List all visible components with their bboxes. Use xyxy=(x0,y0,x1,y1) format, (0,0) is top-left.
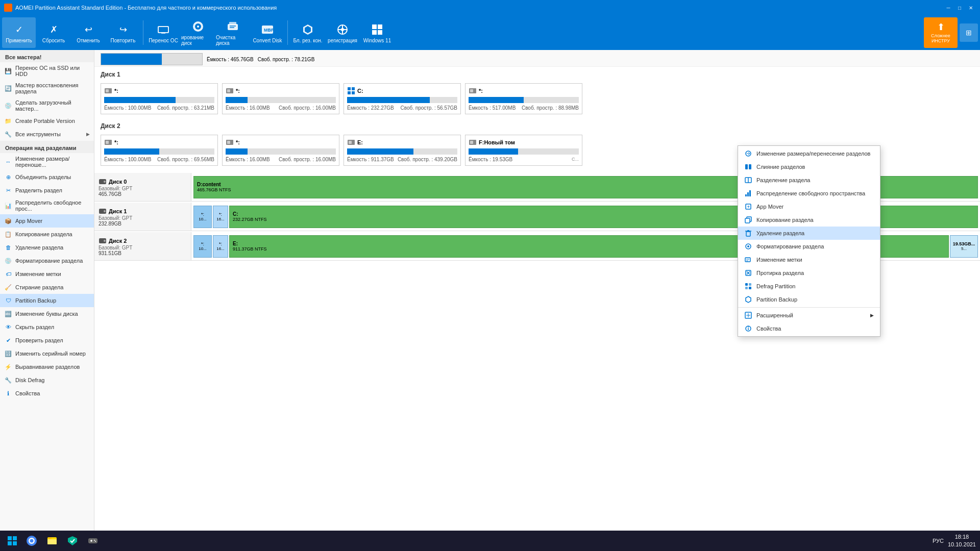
disk1-part4-bar-fill xyxy=(469,97,524,103)
disk2-part1-card[interactable]: *: Ёмкость : 100.00MB Своб. простр. : 69… xyxy=(101,135,218,166)
disk1-part3-free: Своб. простр. : 56.57GB xyxy=(400,105,457,111)
align-icon: ⚡ xyxy=(4,363,12,371)
disk1-part3-win-icon xyxy=(347,87,355,95)
grid-view-btn[interactable]: ⊞ xyxy=(960,23,978,42)
taskbar-app-game[interactable] xyxy=(84,532,102,550)
svg-rect-38 xyxy=(470,141,473,144)
distribute-icon: 📊 xyxy=(4,202,12,210)
disk1-part3-card[interactable]: C: Ёмкость : 232.27GB Своб. простр. : 56… xyxy=(344,83,461,114)
sidebar-item-delete-partition[interactable]: 🗑 Удаление раздела xyxy=(0,241,94,254)
ctx-resize-move[interactable]: Изменение размера/перенесение разделов xyxy=(738,147,880,160)
disk2-part3-capacity: Ёмкость : 911.37GB xyxy=(347,157,394,162)
ctx-split[interactable]: Разделение раздела xyxy=(738,173,880,187)
ctx-delete-partition[interactable]: Удаление раздела xyxy=(738,227,880,240)
sidebar-item-copy-partition[interactable]: 📋 Копирование раздела xyxy=(0,228,94,241)
sidebar-item-hide[interactable]: 👁 Скрыть раздел xyxy=(0,320,94,334)
discard-btn[interactable]: ✗ Сбросить xyxy=(37,17,70,48)
disk1-part-b[interactable]: *: 16... xyxy=(213,206,228,228)
clean-disk-btn[interactable]: Очистка диска xyxy=(216,17,250,48)
disk2-part3-bar-bg xyxy=(347,148,457,155)
taskbar-app-explorer[interactable] xyxy=(43,532,61,550)
disk2-part-a[interactable]: *: 10... xyxy=(193,235,212,258)
sidebar-item-defrag[interactable]: 🔧 Disk Defrag xyxy=(0,373,94,387)
undo-btn[interactable]: ↩ Отменить xyxy=(71,17,105,48)
transfer-os-btn[interactable]: Перенос ОС xyxy=(146,17,180,48)
sidebar-item-portable[interactable]: 📁 Create Portable Version xyxy=(0,114,94,128)
minimize-btn[interactable]: ─ xyxy=(943,3,953,13)
sidebar-item-align[interactable]: ⚡ Выравнивание разделов xyxy=(0,360,94,373)
upgrade-btn[interactable]: ⬆ Сложнее ИНСТРУ xyxy=(924,17,958,48)
disk0-top-bar xyxy=(101,53,203,65)
sidebar-item-resize-move[interactable]: ↔ Изменение размера/переноше... xyxy=(0,153,94,170)
ctx-properties[interactable]: Свойства xyxy=(738,322,880,335)
sidebar-item-check[interactable]: ✔ Проверить раздел xyxy=(0,334,94,347)
ctx-defrag[interactable]: Defrag Partition xyxy=(738,280,880,293)
windows11-btn[interactable]: Windows 11 xyxy=(360,17,394,48)
clone-disk-btn[interactable]: ирование диск xyxy=(181,17,215,48)
restore-sidebar-label: Мастер восстановления раздела xyxy=(15,82,90,94)
all-tools-sidebar-icon: 🔧 xyxy=(4,130,12,138)
disk2-part2-free: Своб. простр. : 16.00MB xyxy=(279,157,336,162)
convert-disk-btn[interactable]: MBR→ Convert Disk xyxy=(251,17,284,48)
disk1-part4-card[interactable]: *: Ёмкость : 517.00MB Своб. простр. : 88… xyxy=(465,83,582,114)
sidebar-item-merge[interactable]: ⊕ Объединить разделы xyxy=(0,170,94,184)
sidebar-item-transfer-os[interactable]: 💾 Перенос ОС на SSD или HDD xyxy=(0,62,94,80)
toolbar-right: ⬆ Сложнее ИНСТРУ ⊞ xyxy=(924,17,978,48)
svg-rect-17 xyxy=(372,24,377,29)
disk2-part3-card[interactable]: E: Ёмкость : 911.37GB Своб. простр. : 43… xyxy=(344,135,461,166)
ctx-app-mover[interactable]: App Mover xyxy=(738,200,880,213)
ctx-distribute-label: Распределение свободного пространства xyxy=(756,190,865,196)
ctx-format-partition[interactable]: Форматирование раздела xyxy=(738,240,880,253)
disk2-part4-card[interactable]: F:Новый том Ёмкость : 19.53GB C... xyxy=(465,135,582,166)
sidebar-item-format-partition[interactable]: 💿 Форматирование раздела xyxy=(0,254,94,267)
disk0-map-type: Базовый: GPT xyxy=(99,186,187,191)
backup-btn[interactable]: Бл. рез. кон. xyxy=(291,17,325,48)
ctx-change-label[interactable]: Изменение метки xyxy=(738,253,880,266)
sidebar-item-partition-backup[interactable]: 🛡 Partition Backup xyxy=(0,294,94,307)
disk1-part1-card[interactable]: *: Ёмкость : 100.00MB Своб. простр. : 63… xyxy=(101,83,218,114)
disk2-part2-card[interactable]: *: Ёмкость : 16.00MB Своб. простр. : 16.… xyxy=(222,135,339,166)
disk1-part4-label: *: xyxy=(479,88,483,94)
sidebar-item-bootable[interactable]: 💿 Сделать загрузочный мастер... xyxy=(0,97,94,114)
close-btn[interactable]: ✕ xyxy=(966,3,976,13)
ctx-copy-partition[interactable]: Копирование раздела xyxy=(738,213,880,227)
ctx-split-label: Разделение раздела xyxy=(756,177,811,183)
disk2-part4-disk-icon xyxy=(469,138,477,146)
svg-point-5 xyxy=(197,26,199,28)
clone-disk-icon xyxy=(191,19,205,34)
sidebar-item-split[interactable]: ✂ Разделить раздел xyxy=(0,184,94,197)
disk1-map-part-c-label: C: xyxy=(233,211,238,217)
taskbar-app-security[interactable] xyxy=(63,532,82,550)
sidebar-item-wipe[interactable]: 🧹 Стирание раздела xyxy=(0,281,94,294)
sidebar-item-app-mover[interactable]: 📦 App Mover xyxy=(0,214,94,228)
disk2-part-f[interactable]: 19.53GB... 5... xyxy=(950,235,978,258)
ctx-distribute[interactable]: Распределение свободного пространства xyxy=(738,187,880,200)
sidebar-item-change-drive[interactable]: 🔤 Изменение буквы диска xyxy=(0,307,94,320)
sidebar-item-properties[interactable]: ℹ Свойства xyxy=(0,387,94,400)
disk2-part-b[interactable]: *: 16... xyxy=(213,235,228,258)
taskbar-app-chrome[interactable] xyxy=(22,532,41,550)
sidebar-item-all-tools[interactable]: 🔧 Все инструменты ▶ xyxy=(0,128,94,141)
sidebar-item-distribute[interactable]: 📊 Распределить свободное прос... xyxy=(0,197,94,214)
start-button[interactable] xyxy=(4,533,20,549)
maximize-btn[interactable]: □ xyxy=(954,3,965,13)
ctx-wipe[interactable]: Протирка раздела xyxy=(738,266,880,280)
partition-backup-icon: 🛡 xyxy=(4,296,12,305)
sidebar-item-change-label[interactable]: 🏷 Изменение метки xyxy=(0,267,94,281)
svg-point-42 xyxy=(104,210,106,212)
disk1-part-a[interactable]: *: 10... xyxy=(193,206,212,228)
ctx-backup[interactable]: Partition Backup xyxy=(738,293,880,306)
register-btn[interactable]: регистрация xyxy=(326,17,359,48)
ctx-expanded[interactable]: Расширенный ▶ xyxy=(738,309,880,322)
disk1-part2-label: *: xyxy=(236,88,240,94)
ctx-merge[interactable]: Слияние разделов xyxy=(738,160,880,173)
disk1-part2-card[interactable]: *: Ёмкость : 16.00MB Своб. простр. : 16.… xyxy=(222,83,339,114)
disk1-part4-header: *: xyxy=(469,87,579,95)
sidebar-item-restore[interactable]: 🔄 Мастер восстановления раздела xyxy=(0,80,94,97)
apply-btn[interactable]: ✓ Применить xyxy=(2,17,36,48)
sidebar-item-serial[interactable]: 🔢 Изменить серийный номер xyxy=(0,347,94,360)
disk2-map-part-f-label: 19.53GB... xyxy=(953,241,975,246)
redo-btn[interactable]: ↪ Повторить xyxy=(106,17,140,48)
redo-icon: ↪ xyxy=(116,22,130,37)
svg-rect-1 xyxy=(159,27,168,32)
